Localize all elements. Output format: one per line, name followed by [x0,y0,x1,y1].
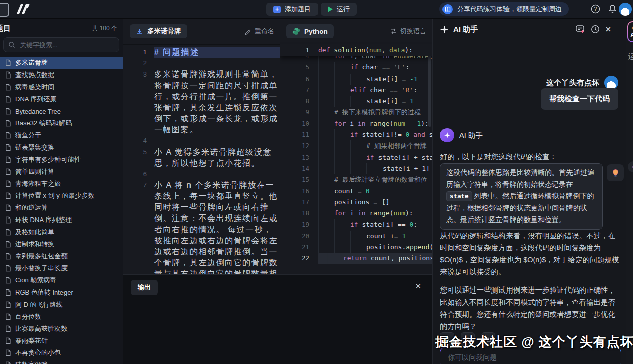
code-body[interactable]: 4for i, char in enumerate(5if char == 'L… [280,44,432,274]
sidebar-item[interactable]: Cion 勒索病毒 [0,274,123,286]
inline-code-chip: state [446,191,472,201]
sidebar-item[interactable]: 字符串有多少种可能性 [0,154,123,166]
search-box[interactable] [3,37,119,52]
sidebar-item[interactable]: RGB 色值转 Integer [0,286,123,299]
sidebar-item[interactable]: 拿到最多红包金额 [0,250,123,262]
share-banner[interactable]: 分享代码练习体验，领限量定制周边 [439,2,569,16]
code-line: 16count = 0 [280,186,432,197]
sidebar-item[interactable]: Base32 编码和解码 [0,117,123,129]
file-icon [5,349,11,356]
sidebar-item[interactable]: 不再贪心的小包 [0,347,123,359]
file-icon [5,265,11,272]
run-label: 运行 [337,5,350,14]
ai-panel: AI 助手 ✕ 这个丫头有点坏 帮我检查一下代码 AI 助手 好的，以下是对您这… [432,18,626,364]
description-line: 4 [123,135,280,147]
file-icon [5,253,11,260]
sidebar-item-label: 字符串有多少种可能性 [15,155,81,164]
assistant-avatar [440,128,454,142]
sidebar-item[interactable]: 链表聚集交换 [0,141,123,154]
sidebar-item-label: 比赛最高获胜次数 [15,324,68,333]
download-icon [136,28,143,35]
topbar-divider [581,5,581,13]
add-question-button[interactable]: + 添加题目 [266,3,318,16]
ai-widget-button[interactable]: A [627,21,633,42]
language-tab-label: Python [304,28,328,35]
sidebar-item[interactable]: DNA 序列还原 [0,93,123,105]
run-button[interactable]: 运行 [321,3,357,16]
ai-header: AI 助手 ✕ [433,18,626,40]
chat-user-name: 这个丫头有点坏 [546,78,599,88]
sidebar-item[interactable]: Bytedance Tree [0,105,123,117]
play-icon [328,6,333,12]
sidebar-item[interactable]: 查找热点数据 [0,69,123,81]
description-line: 5小 A 觉得多米诺骨牌超级没意思，所以他想了点小花招。 [123,147,280,169]
sidebar-item[interactable]: 环状 DNA 序列整理 [0,214,123,226]
file-icon [5,241,11,248]
sidebar-item[interactable]: 百分位数 [0,311,123,323]
assistant-paragraph-3: 您可以通过一些测试用例来进一步验证代码的正确性，比如输入不同长度和不同模式的字符… [440,284,621,332]
code-line: 11if state[i]!= 0 and s [280,129,432,140]
file-icon [5,132,11,139]
sidebar-item-label: RGB 色值转 Integer [15,288,73,297]
sidebar-item-label: 百分位数 [15,312,41,321]
sidebar-item[interactable]: 计算位置 x 到 y 的最少步数 [0,190,123,202]
history-icon[interactable] [590,24,600,34]
description-line: 3多米诺骨牌游戏规则非常简单，将骨牌按一定间距的尺寸排成单行，或分行排成一片。推… [123,69,280,135]
help-icon[interactable]: ? [591,4,600,14]
window-chip [0,3,9,17]
output-close-icon[interactable]: ✕ [415,282,421,291]
sidebar-item[interactable]: 比赛最高获胜次数 [0,323,123,335]
sidebar-item-label: 环状 DNA 序列整理 [15,215,72,225]
problem-panel-header: 多米诺骨牌 重命名 [123,18,280,45]
bell-icon[interactable] [608,4,617,14]
sidebar-item[interactable]: 及格如此简单 [0,226,123,238]
sidebar-item[interactable]: 病毒感染时间 [0,81,123,93]
output-tab[interactable]: 输出 [131,280,158,295]
file-icon [5,277,11,284]
sidebar-item[interactable]: 猫鱼分干 [0,129,123,141]
file-icon [5,216,11,224]
share-banner-label: 分享代码练习体验，领限量定制周边 [457,5,562,14]
rename-button[interactable]: 重命名 [244,27,274,36]
ai-title: AI 助手 [453,25,478,34]
code-line: 14state[i + 1] [280,163,432,174]
description-line: 1# 问题描述 [123,47,280,58]
switch-language-button[interactable]: 切换语言 [390,27,426,36]
output-panel: 输出 ✕ [123,274,433,364]
sidebar-item[interactable]: 猜数字游戏 [0,359,123,364]
sidebar-item[interactable]: 最小替换子串长度 [0,262,123,274]
code-scrollbar[interactable] [428,46,431,127]
assistant-quote-box: 这段代码的整体思路是比较清晰的。首先通过遍历输入字符串，将骨牌的初始状态记录在 … [440,163,603,230]
close-icon[interactable]: ✕ [605,25,611,33]
insight-button[interactable] [607,164,624,181]
assistant-paragraph-2: 从代码的逻辑和结构来看，没有明显的错误。不过，在时间和空间复杂度方面，这段代码的… [440,230,621,278]
new-chat-icon[interactable] [575,24,585,34]
description-line: 6 [123,169,280,180]
user-avatar[interactable] [619,3,632,16]
assistant-intro: 好的，以下是对您这段代码的检查： [440,152,557,162]
switch-language-label: 切换语言 [400,27,426,36]
swap-icon [390,28,397,35]
sidebar-item[interactable]: 暴雨梨花针 [0,335,123,347]
watermark: 掘金技术社区 @ 这个丫头有点坏 [435,333,633,351]
code-line: 17positions = [] [280,197,432,208]
sidebar-item[interactable]: 简单四则计算 [0,166,123,178]
file-icon [5,84,11,91]
sidebar-item[interactable]: 青海湖租车之旅 [0,178,123,190]
sidebar-item-label: 青海湖租车之旅 [15,179,61,188]
sidebar-item-label: 猫鱼分干 [15,131,41,140]
book-icon [442,4,453,15]
language-tab[interactable]: Python [286,24,334,38]
sidebar-item-label: DNA 序列还原 [15,95,56,104]
sidebar-item[interactable]: 和的逆运算 [0,202,123,214]
search-input[interactable] [19,41,114,49]
chat-input[interactable] [447,353,617,362]
python-icon [292,27,300,35]
user-message-bubble: 帮我检查一下代码 [541,88,618,110]
sidebar-item[interactable]: 多米诺骨牌 [0,57,123,69]
sidebar-item[interactable]: 进制求和转换 [0,238,123,250]
juejin-logo[interactable] [15,3,30,15]
sidebar-item[interactable]: 阿 D 的飞行路线 [0,299,123,311]
description-body[interactable]: 1# 问题描述23多米诺骨牌游戏规则非常简单，将骨牌按一定间距的尺寸排成单行，或… [123,44,280,274]
problem-tab[interactable]: 多米诺骨牌 [130,24,187,38]
